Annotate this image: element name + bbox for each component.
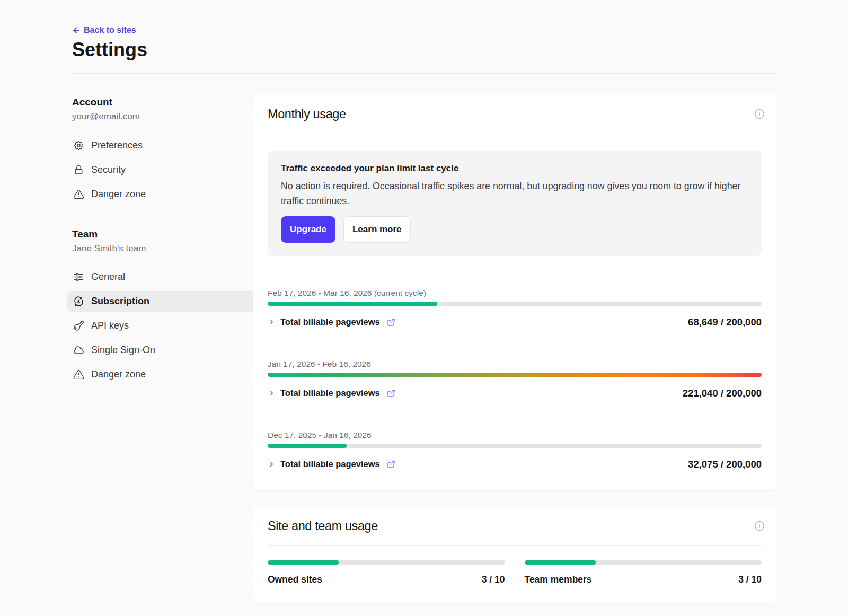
svg-text:$: $	[77, 298, 80, 304]
